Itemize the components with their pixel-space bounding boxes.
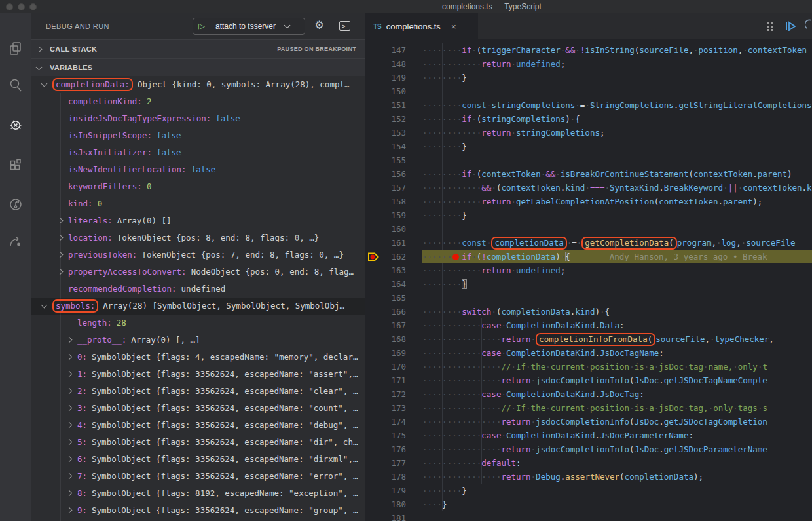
close-button[interactable] (6, 3, 13, 10)
code-line[interactable]: 161········const·completionData·=·getCom… (365, 236, 812, 250)
variable-row[interactable]: recommendedCompletion:undefined (31, 280, 365, 298)
explorer-icon[interactable] (8, 41, 24, 56)
line-number[interactable]: 166 (365, 305, 406, 318)
variable-row[interactable]: insideJsDocTagTypeExpression:false (31, 110, 365, 127)
variable-row[interactable]: completionData:Object {kind: 0, symbols:… (31, 76, 365, 93)
line-number[interactable]: 168 (365, 332, 406, 346)
code-line[interactable]: 155 (365, 153, 812, 167)
variable-row[interactable]: location:TokenObject {pos: 8, end: 8, fl… (31, 229, 365, 246)
twisty-collapsed-icon[interactable] (67, 400, 77, 417)
code-line[interactable]: 168················return·completionInfo… (365, 332, 812, 346)
call-stack-section-header[interactable]: CALL STACK PAUSED ON BREAKPOINT (31, 39, 365, 58)
variable-row[interactable]: length:28 (31, 315, 365, 332)
code-line[interactable]: 160 (365, 222, 812, 236)
line-number[interactable]: 152 (365, 112, 406, 126)
line-number[interactable]: 175 (365, 429, 406, 442)
code-line[interactable]: 180····} (365, 497, 812, 511)
twisty-collapsed-icon[interactable] (67, 383, 77, 400)
code-line[interactable]: 156········if·(contextToken·&&·isBreakOr… (365, 167, 812, 181)
code-line[interactable]: 165 (365, 291, 812, 305)
variable-row[interactable]: 0:SymbolObject {flags: 4, escapedName: "… (31, 349, 365, 366)
twisty-collapsed-icon[interactable] (67, 451, 77, 468)
code-editor[interactable]: 147········if·(triggerCharacter·&&·!isIn… (365, 39, 812, 521)
twisty-expanded-icon[interactable] (42, 298, 52, 315)
code-line[interactable]: 159········} (365, 208, 812, 222)
line-number[interactable]: 159 (365, 208, 406, 222)
twisty-collapsed-icon[interactable] (58, 229, 68, 246)
code-line[interactable]: 153············return·stringCompletions; (365, 126, 812, 140)
code-line[interactable]: 173················//·If·the·current·pos… (365, 401, 812, 415)
variable-row[interactable]: 1:SymbolObject {flags: 33562624, escaped… (31, 366, 365, 383)
code-line[interactable]: 167············case·CompletionDataKind.D… (365, 318, 812, 332)
variables-section-header[interactable]: VARIABLES (31, 58, 365, 76)
search-icon[interactable] (8, 77, 24, 93)
line-number[interactable]: 164 (365, 277, 406, 291)
variable-row[interactable]: symbols:Array(28) [SymbolObject, SymbolO… (31, 298, 365, 315)
variable-row[interactable]: literals:Array(0) [] (31, 212, 365, 229)
line-number[interactable]: 163 (365, 263, 406, 277)
start-debug-icon[interactable]: ▷ (193, 18, 210, 34)
code-line[interactable]: 176················return·jsdocCompletio… (365, 442, 812, 456)
run-debug-icon[interactable] (784, 20, 797, 33)
zoom-button[interactable] (29, 3, 37, 10)
twisty-collapsed-icon[interactable] (67, 485, 77, 502)
variable-row[interactable]: 6:SymbolObject {flags: 33562624, escaped… (31, 451, 365, 468)
line-number[interactable]: 155 (365, 153, 406, 167)
extensions-icon[interactable] (8, 157, 24, 173)
debug-icon[interactable] (8, 117, 24, 132)
line-number[interactable]: 180 (365, 497, 406, 511)
variable-row[interactable]: propertyAccessToConvert:NodeObject {pos:… (31, 263, 365, 280)
twisty-collapsed-icon[interactable] (58, 246, 68, 263)
twisty-collapsed-icon[interactable] (67, 332, 77, 349)
code-line[interactable]: 172············case·CompletionDataKind.J… (365, 387, 812, 401)
variable-row[interactable]: isInSnippetScope:false (31, 127, 365, 144)
code-line[interactable]: 178················return·Debug.assertNe… (365, 470, 812, 484)
line-number[interactable]: 153 (365, 126, 406, 140)
line-number[interactable]: 165 (365, 291, 406, 305)
grid-dots-icon[interactable] (764, 20, 776, 33)
variable-row[interactable]: 4:SymbolObject {flags: 33562624, escaped… (31, 417, 365, 434)
line-number[interactable]: 154 (365, 140, 406, 153)
code-line[interactable]: 163············return·undefined; (365, 263, 812, 277)
code-line[interactable]: 179········} (365, 484, 812, 497)
variable-row[interactable]: isJsxInitializer:false (31, 144, 365, 161)
twisty-expanded-icon[interactable] (42, 76, 52, 93)
twisty-collapsed-icon[interactable] (67, 349, 77, 366)
line-number[interactable]: 158 (365, 195, 406, 208)
code-line[interactable]: 169············case·CompletionDataKind.J… (365, 346, 812, 360)
line-number[interactable]: 167 (365, 318, 406, 332)
code-line[interactable]: 158············return·getLabelCompletion… (365, 195, 812, 208)
variable-row[interactable]: __proto__:Array(0) [, …] (31, 332, 365, 349)
code-line[interactable]: 181 (365, 511, 812, 521)
line-number[interactable]: 161 (365, 236, 406, 250)
twisty-collapsed-icon[interactable] (58, 212, 68, 229)
variable-row[interactable]: previousToken:TokenObject {pos: 7, end: … (31, 246, 365, 263)
line-number[interactable]: 151 (365, 98, 406, 112)
variable-row[interactable]: 7:SymbolObject {flags: 33562624, escaped… (31, 468, 365, 485)
code-line[interactable]: 150 (365, 85, 812, 98)
variable-row[interactable]: keywordFilters:0 (31, 178, 365, 195)
line-number[interactable]: 176 (365, 442, 406, 456)
twisty-collapsed-icon[interactable] (67, 468, 77, 485)
twisty-collapsed-icon[interactable] (67, 417, 77, 434)
code-line[interactable]: 171················return·jsdocCompletio… (365, 374, 812, 387)
code-line[interactable]: 162······if·(!completionData)·{Andy Hans… (365, 250, 812, 263)
debug-console-icon[interactable]: > (339, 21, 350, 31)
line-number[interactable]: 150 (365, 85, 406, 98)
variable-row[interactable]: 3:SymbolObject {flags: 33562624, escaped… (31, 400, 365, 417)
gitlens-icon[interactable] (8, 197, 24, 212)
line-number[interactable]: 178 (365, 470, 406, 484)
variable-row[interactable]: 2:SymbolObject {flags: 33562624, escaped… (31, 383, 365, 400)
debug-config-dropdown[interactable]: ▷ attach to tsserver (193, 18, 305, 35)
line-number[interactable]: 160 (365, 222, 406, 236)
code-line[interactable]: 175············case·CompletionDataKind.J… (365, 429, 812, 442)
code-line[interactable]: 152········if·(stringCompletions)·{ (365, 112, 812, 126)
twisty-collapsed-icon[interactable] (67, 366, 77, 383)
line-number[interactable]: 171 (365, 374, 406, 387)
close-tab-icon[interactable]: × (451, 22, 456, 31)
code-line[interactable]: 177············default: (365, 456, 812, 470)
minimize-button[interactable] (18, 3, 25, 10)
code-line[interactable]: 164········} (365, 277, 812, 291)
line-number[interactable]: 156 (365, 167, 406, 181)
variable-row[interactable]: isNewIdentifierLocation:false (31, 161, 365, 178)
